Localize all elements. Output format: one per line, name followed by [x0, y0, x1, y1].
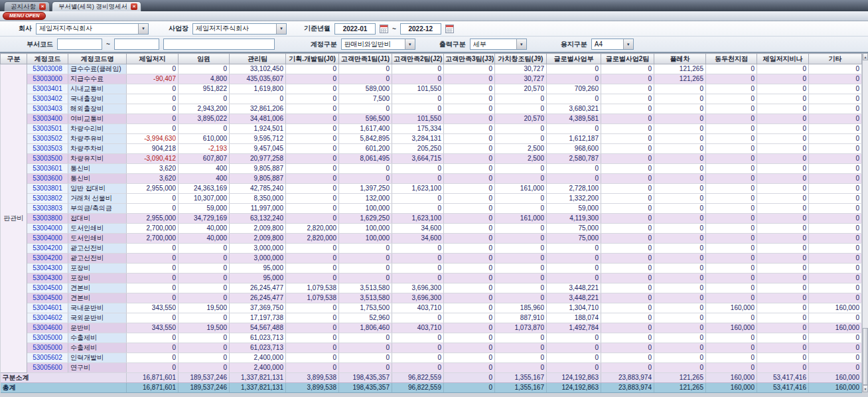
- column-header[interactable]: 계정코드명: [68, 54, 127, 64]
- amount-cell: 8,061,495: [339, 154, 392, 164]
- dept-name-field[interactable]: [163, 39, 275, 50]
- calendar-icon[interactable]: [445, 25, 454, 33]
- amount-cell: 0: [286, 124, 339, 134]
- account-name-cell: 일반 접대비: [68, 184, 127, 194]
- tab-notice[interactable]: 공지사항 ×: [4, 1, 50, 11]
- column-header[interactable]: 제일저지비나: [757, 54, 809, 64]
- table-row[interactable]: 53003600통신비3,6204009,805,88700000000000: [1, 174, 862, 184]
- scrollbar-track[interactable]: [863, 60, 868, 385]
- account-code-cell: 53004300: [27, 264, 68, 274]
- paper-type-select[interactable]: A4 ▼: [591, 39, 634, 50]
- output-type-select[interactable]: 세부 ▼: [470, 39, 527, 50]
- table-row[interactable]: 53004000도서인쇄비2,700,00040,0002,009,8002,8…: [1, 224, 862, 234]
- table-row[interactable]: 53003401시내교통비0951,8221,619,8000589,00010…: [1, 84, 862, 94]
- table-row[interactable]: 53004300포장비0095,00000000000000: [1, 264, 862, 274]
- amount-cell: 0: [286, 184, 339, 194]
- company-select[interactable]: 제일저지주식회사 ▼: [36, 23, 149, 35]
- dept-code-to-input[interactable]: [114, 39, 159, 50]
- amount-cell: 2,500: [495, 144, 547, 154]
- column-header[interactable]: 고객만족3팀(J3): [444, 54, 495, 64]
- amount-cell: 0: [392, 333, 444, 343]
- amount-cell: 16,871,601: [127, 373, 179, 383]
- table-row[interactable]: 53003802거래처 선물비010,307,0008,350,0000132,…: [1, 194, 862, 204]
- scroll-up-icon[interactable]: ▲: [863, 53, 868, 60]
- column-header[interactable]: 가치창조팀(J9): [495, 54, 547, 64]
- amount-cell: 1,623,100: [392, 184, 444, 194]
- column-header[interactable]: 기타: [809, 54, 862, 64]
- column-header[interactable]: 기획.개발팀(J0): [286, 54, 339, 64]
- amount-cell: 0: [286, 94, 339, 104]
- group-subtotal-row[interactable]: 구분소계16,871,601189,537,2461,337,821,1313,…: [1, 373, 862, 383]
- table-row[interactable]: 53003000지급수수료-90,4074,800435,035,6070000…: [1, 74, 862, 84]
- table-row[interactable]: 53003402국내출장비00007,500000000000: [1, 94, 862, 104]
- column-header[interactable]: 임원: [179, 54, 230, 64]
- account-type-select[interactable]: 판매비와일반비 ▼: [341, 39, 415, 50]
- amount-cell: 160,000: [809, 323, 862, 333]
- column-header[interactable]: 고객만족2팀(J2): [392, 54, 444, 64]
- amount-cell: 0: [444, 234, 495, 244]
- column-header[interactable]: 관리팀: [230, 54, 286, 64]
- table-row[interactable]: 53004600운반비343,55019,50054,567,48801,806…: [1, 323, 862, 333]
- amount-cell: 0: [444, 84, 495, 94]
- amount-cell: 0: [392, 104, 444, 114]
- amount-cell: 1,332,200: [547, 194, 601, 204]
- table-row[interactable]: 53003502차량주유비-3,994,630610,0009,595,7120…: [1, 134, 862, 144]
- table-row[interactable]: 53004500견본비0026,245,4771,079,5383,513,58…: [1, 283, 862, 293]
- period-from-input[interactable]: [334, 23, 376, 35]
- vertical-scrollbar[interactable]: ▲ ▼: [862, 53, 868, 392]
- table-row[interactable]: 53003500차량유지비-3,090,412607,80720,977,258…: [1, 154, 862, 164]
- table-row[interactable]: 53005000수출제비0061,023,71300000000000: [1, 343, 862, 353]
- menu-open-button[interactable]: MENU OPEN: [3, 12, 46, 20]
- table-row[interactable]: 53004500견본비0026,245,4771,079,5383,513,58…: [1, 293, 862, 303]
- account-code-cell: 53005000: [27, 333, 68, 343]
- table-row[interactable]: 53004200광고선전비003,000,00000000000000: [1, 244, 862, 254]
- table-row[interactable]: 53005600연구비002,400,00000000000000: [1, 363, 862, 373]
- amount-cell: 0: [495, 134, 547, 144]
- amount-cell: 0: [601, 363, 654, 373]
- column-header[interactable]: 글로벌사업부: [547, 54, 601, 64]
- site-select[interactable]: 제일저지주식회사 ▼: [192, 23, 287, 35]
- amount-cell: 0: [706, 104, 757, 114]
- amount-cell: 3,513,580: [339, 293, 392, 303]
- table-row[interactable]: 53003400여비교통비03,895,02234,481,0060596,50…: [1, 114, 862, 124]
- amount-cell: 0: [809, 114, 862, 124]
- column-header[interactable]: 제일저지: [127, 54, 179, 64]
- table-row[interactable]: 53004000도서인쇄비2,700,00040,0002,009,8002,8…: [1, 234, 862, 244]
- table-row[interactable]: 53004601국내운반비343,55019,50037,369,75001,7…: [1, 303, 862, 313]
- column-header[interactable]: 글로벌사업2팀: [601, 54, 654, 64]
- column-header[interactable]: 플레차: [654, 54, 706, 64]
- table-row[interactable]: 53004602국외운반비0017,197,738052,96000887,91…: [1, 313, 862, 323]
- table-row[interactable]: 53003801일반 접대비2,955,00024,363,16942,785,…: [1, 184, 862, 194]
- column-header[interactable]: 계정코드: [27, 54, 68, 64]
- table-row[interactable]: 53004200광고선전비003,000,00000000000000: [1, 254, 862, 264]
- tab-expense-report[interactable]: 부서별(세목) 경비명세서 ×: [52, 1, 141, 11]
- table-row[interactable]: 53003501차량수리비001,924,50101,617,400175,33…: [1, 124, 862, 134]
- scroll-down-icon[interactable]: ▼: [863, 385, 868, 392]
- table-row[interactable]: 53003403해외출장비02,943,20032,861,206000003,…: [1, 104, 862, 114]
- table-row[interactable]: 53005602인력개발비002,400,00000000000000: [1, 353, 862, 363]
- scrollbar-thumb[interactable]: [863, 328, 868, 385]
- table-row[interactable]: 판관비53003008급수수료(클레임)0033,102,450000030,7…: [1, 64, 862, 74]
- table-row[interactable]: 53003803부의금/축의금059,00011,997,0000100,000…: [1, 204, 862, 214]
- account-name-cell: 포장비: [68, 264, 127, 274]
- amount-cell: 101,550: [392, 114, 444, 124]
- tab-close-icon[interactable]: ×: [39, 3, 46, 10]
- period-to-input[interactable]: [400, 23, 441, 35]
- total-row[interactable]: 총계16,871,601189,537,2461,337,821,1313,89…: [1, 383, 862, 393]
- amount-cell: 0: [286, 343, 339, 353]
- column-header[interactable]: 고객만족1팀(J1): [339, 54, 392, 64]
- amount-cell: 0: [654, 313, 706, 323]
- column-header[interactable]: 구분: [1, 54, 27, 64]
- table-row[interactable]: 53003800접대비2,955,00034,729,16963,132,240…: [1, 214, 862, 224]
- tab-close-icon[interactable]: ×: [131, 3, 137, 10]
- table-row[interactable]: 53005000수출제비0061,023,71300000000000: [1, 333, 862, 343]
- table-row[interactable]: 53004300포장비0095,00000000000000: [1, 274, 862, 283]
- amount-cell: 63,132,240: [230, 214, 286, 224]
- table-row[interactable]: 53003503차량주차비904,218-2,1939,457,0450601,…: [1, 144, 862, 154]
- column-header[interactable]: 동두천지점: [706, 54, 757, 64]
- dept-code-from-input[interactable]: [57, 39, 102, 50]
- table-row[interactable]: 53003601통신비3,6204009,805,88700000000000: [1, 164, 862, 174]
- amount-cell: 0: [706, 274, 757, 283]
- calendar-icon[interactable]: [380, 25, 388, 33]
- filter-panel: 회사 제일저지주식회사 ▼ 사업장 제일저지주식회사 ▼ 기준년월 ~ 부서코드…: [0, 21, 868, 53]
